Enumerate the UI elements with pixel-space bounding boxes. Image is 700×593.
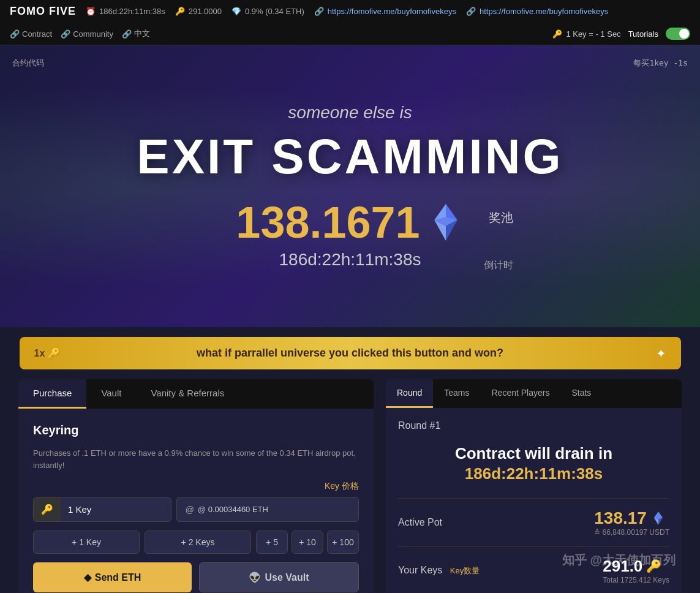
drain-info: Contract will drain in 186d:22h:11m:38s [398,444,669,483]
nav-links: 🔗 Contract 🔗 Community 🔗 中文 [10,28,150,39]
tab-round[interactable]: Round [386,379,433,408]
contract-link[interactable]: 🔗 Contract [10,28,52,39]
active-pot-label: Active Pot [398,517,442,528]
link1-info[interactable]: 🔗 https://fomofive.me/buyfomofivekeys [314,7,456,16]
hero-title: EXIT SCAMMING [137,129,563,185]
add-1-key-button[interactable]: + 1 Key [33,531,140,554]
tab-vanity-referrals[interactable]: Vanity & Referrals [136,379,239,409]
tutorials-label: Tutorials [628,29,658,39]
key-rule-info: 🔑 1 Key = - 1 Sec [552,29,620,39]
link-icon: 🔗 [314,7,324,16]
keyring-title: Keyring [33,423,359,437]
round-number: Round #1 [398,420,669,431]
community-link[interactable]: 🔗 Community [61,28,113,39]
diamond-icon: 💎 [231,7,241,16]
prize-value: 138.1671 [236,197,420,247]
eth-icon-small [652,512,665,525]
clock-icon: ⏰ [86,7,96,16]
chinese-link[interactable]: 🔗 中文 [122,28,150,39]
your-keys-label: Your Keys Key数量 [398,565,480,576]
drain-timer: 186d:22h:11m:38s [398,464,669,483]
key-icon-inline: 🔑 [646,559,661,573]
divider-1 [398,498,669,499]
left-tabs: Purchase Vault Vanity & Referrals [18,379,374,409]
eth-percent-info: 💎 0.9% (0.34 ETH) [231,7,304,16]
tab-stats[interactable]: Stats [560,379,602,408]
buy-rule-text: 每买1key -1s [633,58,688,69]
key-quantity-input[interactable] [61,498,171,521]
keys-info: 🔑 291.0000 [175,7,222,16]
quick-add-small-group: + 5 + 10 + 100 [256,531,359,554]
your-keys-sub: Total 1725.412 Keys [603,576,669,584]
your-keys-right: 291.0 🔑 Total 1725.412 Keys [603,557,669,584]
spin-icon: ✦ [656,346,666,361]
quick-add-row: + 1 Key + 2 Keys + 5 + 10 + 100 [33,531,359,554]
action-row: ◆ Send ETH 👽 Use Vault [33,562,359,592]
prize-amount: 138.1671 [236,197,464,247]
key-price-display: @ @ 0.00034460 ETH [176,497,359,522]
left-panel: Purchase Vault Vanity & Referrals Keyrin… [18,379,374,593]
hero-subtitle: someone else is [288,103,412,123]
divider-2 [398,546,669,547]
drain-text: Contract will drain in [398,444,669,464]
hero-section: 合约代码 每买1key -1s someone else is EXIT SCA… [0,45,700,327]
add-10-keys-button[interactable]: + 10 [292,531,323,554]
contract-code-link[interactable]: 合约代码 [12,58,44,69]
right-panel: Round Teams Recent Players Stats Round #… [386,379,682,593]
key-input-box[interactable]: 🔑 [33,497,171,522]
add-5-keys-button[interactable]: + 5 [256,531,288,554]
key-rule-value: 1 Key = - 1 Sec [566,29,620,39]
community-link-icon: 🔗 [61,29,70,39]
panel-desc: Purchases of .1 ETH or more have a 0.9% … [33,447,359,471]
right-tabs: Round Teams Recent Players Stats [386,379,682,408]
active-pot-value: 138.17 [594,508,669,528]
use-vault-label: Use Vault [265,572,309,583]
add-100-keys-button[interactable]: + 100 [327,531,359,554]
hero-countdown: 186d:22h:11m:38s [279,250,421,270]
right-panel-body: Round #1 Contract will drain in 186d:22h… [386,408,682,593]
key-price-value: @ 0.00034460 ETH [198,505,268,514]
add-2-keys-button[interactable]: + 2 Keys [145,531,251,554]
key-price-label: Key 价格 [33,481,359,492]
timer-value: 186d:22h:11m:38s [99,7,165,16]
tab-teams[interactable]: Teams [433,379,480,408]
your-keys-row: Your Keys Key数量 291.0 🔑 Total 1725.412 K… [398,557,669,584]
spin-button[interactable]: 1x 🔑 what if parrallel universe you clic… [20,337,681,369]
contract-link-icon: 🔗 [10,29,20,39]
eth-percent-value: 0.9% (0.34 ETH) [245,7,304,16]
timer-info: ⏰ 186d:22h:11m:38s [86,7,165,16]
chinese-link-icon: 🔗 [122,29,132,39]
key-rule-icon: 🔑 [552,29,562,39]
tab-vault[interactable]: Vault [86,379,136,409]
eth-logo [427,204,464,241]
tab-recent-players[interactable]: Recent Players [481,379,561,408]
main-content: Purchase Vault Vanity & Referrals Keyrin… [0,379,700,593]
key-icon: 🔑 [175,7,185,16]
link1-value[interactable]: https://fomofive.me/buyfomofivekeys [328,7,456,16]
link2-icon: 🔗 [466,7,476,16]
eth-icon: ◆ [84,572,91,583]
send-eth-button[interactable]: ◆ Send ETH [33,562,192,592]
link2-info[interactable]: 🔗 https://fomofive.me/buyfomofivekeys [466,7,608,16]
your-keys-value: 291.0 🔑 [603,557,669,576]
spin-multiplier: 1x 🔑 [34,347,60,359]
spin-text: what if parrallel universe you clicked t… [197,347,503,360]
left-panel-body: Keyring Purchases of .1 ETH or more have… [18,409,374,593]
link2-value[interactable]: https://fomofive.me/buyfomofivekeys [480,7,608,16]
tutorials-toggle[interactable] [666,28,690,40]
prize-label: 奖池 [489,210,513,226]
top-nav: FOMO FIVE ⏰ 186d:22h:11m:38s 🔑 291.0000 … [0,0,700,45]
key-input-row: 🔑 @ @ 0.00034460 ETH [33,497,359,522]
vault-icon: 👽 [249,572,261,583]
use-vault-button[interactable]: 👽 Use Vault [199,562,359,592]
key-input-icon: 🔑 [34,497,61,521]
app-logo: FOMO FIVE [10,5,76,18]
nav-right: 🔑 1 Key = - 1 Sec Tutorials [552,28,690,40]
active-pot-row: Active Pot 138.17 ≙ 66,848.00197 USDT [398,508,669,537]
active-pot-usdt: ≙ 66,848.00197 USDT [594,528,669,537]
send-eth-label: Send ETH [95,572,141,583]
keys-value: 291.0000 [189,7,222,16]
key-count-chinese-label: Key数量 [450,566,480,575]
tab-purchase[interactable]: Purchase [18,379,86,409]
countdown-label: 倒计时 [484,259,513,272]
